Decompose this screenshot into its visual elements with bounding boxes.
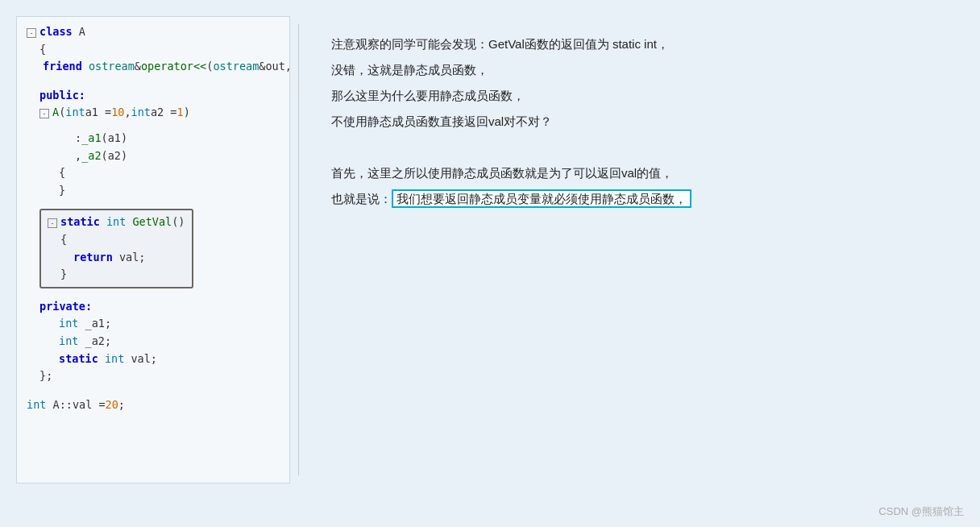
explanation-text-pre: 也就是说： <box>331 192 392 205</box>
code-line-friend: friend ostream& operator<<(ostream& out,… <box>27 58 280 76</box>
code-line-member2: int _a2; <box>27 333 280 351</box>
val-var: val; <box>119 249 146 267</box>
collapse-getval-icon[interactable]: - <box>48 218 57 228</box>
blank-2 <box>27 122 280 130</box>
code-line-brace2: { <box>27 164 280 182</box>
blank-5 <box>27 385 280 396</box>
collapse-class-icon[interactable]: - <box>27 28 36 38</box>
kw-friend: friend <box>43 58 82 76</box>
kw-static: static <box>60 214 100 231</box>
getval-fn: GetVal <box>132 214 172 231</box>
explanation-line-6: 也就是说：我们想要返回静态成员变量就必须使用静态成员函数， <box>331 187 940 211</box>
watermark: CSDN @熊猫馆主 <box>878 504 964 519</box>
text-panel: 注意观察的同学可能会发现：GetVal函数的返回值为 static int， 没… <box>307 16 964 511</box>
init-colon: : <box>75 130 81 147</box>
class-name: A <box>79 23 85 41</box>
kw-int-return: int <box>106 214 126 231</box>
content-area: - class A { friend ostream& operator<<(o… <box>16 16 964 511</box>
code-line-brace4: { <box>48 231 185 249</box>
code-line-brace6: }; <box>27 367 280 385</box>
code-line-return: return val; <box>48 249 185 267</box>
collapse-constructor-icon[interactable]: - <box>39 109 49 118</box>
highlighted-getval-box: - static int GetVal() { return val; } <box>39 209 193 288</box>
explanation-line-5: 首先，这里之所以使用静态成员函数就是为了可以返回val的值， <box>331 161 940 185</box>
explanation-line-3: 那么这里为什么要用静态成员函数， <box>331 84 940 108</box>
code-line-init1: :_a1(a1) <box>27 130 280 147</box>
code-line-private: private: <box>27 298 280 316</box>
code-line-brace1: { <box>27 41 280 59</box>
kw-int-static-init: int <box>27 396 46 414</box>
code-line-public: public: <box>27 87 280 105</box>
code-line-member1: int _a1; <box>27 315 280 333</box>
explanation-text: 注意观察的同学可能会发现：GetVal函数的返回值为 static int， 没… <box>331 32 940 213</box>
main-container: - class A { friend ostream& operator<<(o… <box>0 0 980 527</box>
kw-int-a2: int <box>131 104 151 122</box>
blank-1 <box>27 76 280 87</box>
code-line-brace5: } <box>48 266 185 284</box>
constructor-name: A <box>52 104 59 122</box>
explanation-line-2: 没错，这就是静态成员函数， <box>331 58 940 82</box>
code-line-static-init: int A::val = 20; <box>27 396 280 414</box>
operator-fn: operator<< <box>141 58 206 76</box>
explanation-line-1: 注意观察的同学可能会发现：GetVal函数的返回值为 static int， <box>331 32 940 56</box>
blank-explanation <box>331 135 940 160</box>
code-line-class: - class A <box>27 23 280 41</box>
code-line-brace3: } <box>27 182 280 200</box>
kw-private: private: <box>27 298 92 316</box>
highlighted-explanation: 我们想要返回静态成员变量就必须使用静态成员函数， <box>392 189 691 208</box>
open-brace: { <box>27 41 46 59</box>
kw-public: public: <box>27 87 85 105</box>
ostream-type: ostream <box>89 58 135 76</box>
blank-3 <box>27 199 280 207</box>
kw-class: class <box>39 23 73 41</box>
kw-int-val: int <box>105 351 124 368</box>
separator <box>298 24 299 475</box>
kw-return: return <box>48 249 113 267</box>
blank-4 <box>27 290 280 298</box>
kw-int-member1: int <box>59 315 78 333</box>
code-panel: - class A { friend ostream& operator<<(o… <box>16 16 290 483</box>
explanation-line-4: 不使用静态成员函数直接返回val对不对？ <box>331 110 940 134</box>
code-line-static-member: static int val; <box>27 351 280 368</box>
code-line-constructor: - A(int a1 = 10, int a2 = 1) <box>27 104 280 122</box>
kw-static-2: static <box>59 351 98 368</box>
code-line-init2: , _a2(a2) <box>27 147 280 165</box>
kw-int-a1: int <box>65 104 85 122</box>
code-line-static-method: - static int GetVal() <box>48 214 185 231</box>
kw-int-member2: int <box>59 333 78 351</box>
